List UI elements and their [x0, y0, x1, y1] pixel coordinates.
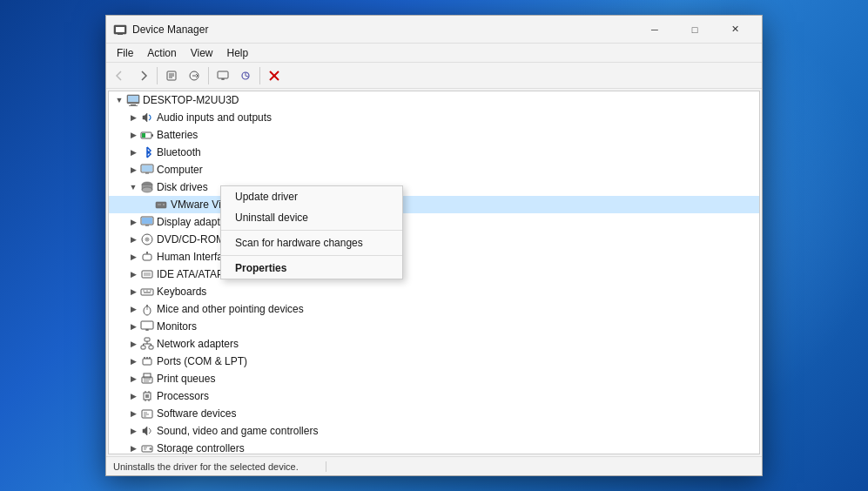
dvd-icon — [140, 232, 154, 246]
computer-icon — [126, 93, 140, 107]
expand-batteries-icon: ▶ — [126, 128, 140, 142]
network-label: Network adapters — [157, 338, 239, 350]
menu-action[interactable]: Action — [140, 45, 183, 61]
tree-item-bluetooth[interactable]: ▶ Bluetooth — [109, 144, 759, 161]
svg-rect-19 — [142, 133, 145, 138]
svg-point-35 — [146, 239, 148, 240]
tree-item-keyboards[interactable]: ▶ Keyboards — [109, 283, 759, 300]
update-driver-button[interactable] — [184, 65, 205, 86]
tree-item-mice[interactable]: ▶ Mice and other pointing devices — [109, 300, 759, 318]
tree-item-monitors[interactable]: ▶ Monitors — [109, 318, 759, 335]
tree-item-ide[interactable]: ▶ IDE ATA/ATAPI controllers — [109, 266, 759, 283]
tree-item-sound[interactable]: ▶ Sound, video and game controllers — [109, 422, 759, 440]
mice-label: Mice and other pointing devices — [157, 303, 304, 315]
tree-item-dvd[interactable]: ▶ DVD/CD-ROM drives — [109, 231, 759, 248]
context-menu: Update driver Uninstall device Scan for … — [220, 185, 403, 279]
ctx-scan-hardware[interactable]: Scan for hardware changes — [221, 232, 402, 253]
expand-vmware-icon — [140, 198, 154, 212]
bluetooth-label: Bluetooth — [157, 146, 201, 158]
svg-point-38 — [146, 252, 148, 253]
maximize-button[interactable]: □ — [675, 16, 715, 44]
keyboards-label: Keyboards — [157, 286, 206, 298]
window-title: Device Manager — [132, 24, 635, 36]
tree-item-network[interactable]: ▶ Network adapters — [109, 335, 759, 353]
tree-item-hid[interactable]: ▶ Human Interface Devices — [109, 248, 759, 266]
svg-rect-50 — [141, 321, 153, 329]
expand-keyboards-icon: ▶ — [126, 285, 140, 299]
menu-help[interactable]: Help — [220, 45, 256, 61]
ctx-separator-2 — [221, 255, 402, 256]
device-manager-window: Device Manager ─ □ ✕ File Action View He… — [105, 15, 763, 476]
properties-button[interactable] — [161, 65, 182, 86]
audio-icon — [140, 111, 154, 124]
tree-item-ports[interactable]: ▶ Ports (COM & LPT) — [109, 353, 759, 370]
svg-point-49 — [146, 305, 148, 306]
menu-bar: File Action View Help — [106, 44, 762, 63]
tree-item-storage[interactable]: ▶ Storage controllers — [109, 440, 759, 454]
expand-ports-icon: ▶ — [126, 354, 140, 368]
storage-label: Storage controllers — [157, 442, 245, 454]
tree-item-software-devices[interactable]: ▶ Software devices — [109, 405, 759, 422]
tree-root[interactable]: ▼ DESKTOP-M2UU3D — [109, 91, 759, 109]
software-devices-icon — [140, 407, 154, 420]
svg-rect-1 — [116, 27, 124, 32]
vmware-disk-icon — [154, 198, 168, 212]
scan-changes-toolbar-button[interactable] — [235, 65, 256, 86]
tree-item-display[interactable]: ▶ Display adapters — [109, 213, 759, 231]
tree-item-computer[interactable]: ▶ Computer — [109, 161, 759, 178]
svg-rect-2 — [118, 33, 123, 35]
expand-computer-icon: ▶ — [126, 163, 140, 177]
expand-storage-icon: ▶ — [126, 441, 140, 454]
display-icon — [140, 215, 154, 229]
svg-rect-36 — [143, 254, 151, 260]
close-button[interactable]: ✕ — [715, 16, 755, 44]
monitors-icon — [140, 319, 154, 333]
tree-item-print[interactable]: ▶ Print queues — [109, 370, 759, 387]
minimize-button[interactable]: ─ — [635, 16, 675, 44]
delete-button[interactable] — [264, 65, 285, 86]
batteries-label: Batteries — [157, 129, 198, 141]
tree-item-vmware-disk[interactable]: VMware Virtual disk SCSI Disk Device — [109, 196, 759, 213]
tree-item-processors[interactable]: ▶ Processors — [109, 387, 759, 405]
hid-icon — [140, 250, 154, 264]
ide-icon — [140, 267, 154, 281]
svg-rect-53 — [145, 338, 150, 341]
tree-item-audio[interactable]: ▶ Audio inputs and outputs — [109, 109, 759, 126]
back-button[interactable] — [110, 65, 131, 86]
tree-item-batteries[interactable]: ▶ Batteries — [109, 126, 759, 144]
app-icon — [113, 23, 127, 37]
menu-view[interactable]: View — [184, 45, 220, 61]
toolbar-separator-1 — [157, 67, 158, 84]
toolbar-separator-3 — [259, 67, 260, 84]
svg-rect-22 — [142, 165, 152, 172]
svg-rect-8 — [218, 71, 228, 78]
expand-audio-icon: ▶ — [126, 111, 140, 124]
expand-mice-icon: ▶ — [126, 302, 140, 316]
expand-disk-icon: ▼ — [126, 180, 140, 194]
svg-rect-60 — [143, 359, 151, 365]
ctx-uninstall-device[interactable]: Uninstall device — [221, 207, 402, 228]
toolbar-separator-2 — [208, 67, 209, 84]
print-icon — [140, 372, 154, 386]
network-icon — [140, 337, 154, 351]
expand-root-icon: ▼ — [112, 93, 126, 107]
software-devices-label: Software devices — [157, 407, 236, 420]
forward-button[interactable] — [132, 65, 153, 86]
ctx-update-driver[interactable]: Update driver — [221, 186, 402, 207]
device-tree-panel[interactable]: ▼ DESKTOP-M2UU3D ▶ Audio inputs and outp… — [108, 91, 760, 454]
show-devices-button[interactable] — [212, 65, 233, 86]
keyboards-icon — [140, 285, 154, 299]
ctx-properties[interactable]: Properties — [221, 258, 402, 279]
expand-network-icon: ▶ — [126, 337, 140, 351]
svg-rect-31 — [142, 218, 152, 224]
expand-hid-icon: ▶ — [126, 250, 140, 264]
window-controls: ─ □ ✕ — [635, 16, 755, 44]
svg-rect-55 — [149, 346, 153, 349]
content-area: ▼ DESKTOP-M2UU3D ▶ Audio inputs and outp… — [106, 89, 762, 456]
toolbar — [106, 63, 762, 89]
audio-label: Audio inputs and outputs — [157, 111, 272, 124]
menu-file[interactable]: File — [110, 45, 140, 61]
processors-label: Processors — [157, 390, 209, 402]
expand-print-icon: ▶ — [126, 372, 140, 386]
tree-item-diskdrives[interactable]: ▼ Disk drives — [109, 178, 759, 196]
